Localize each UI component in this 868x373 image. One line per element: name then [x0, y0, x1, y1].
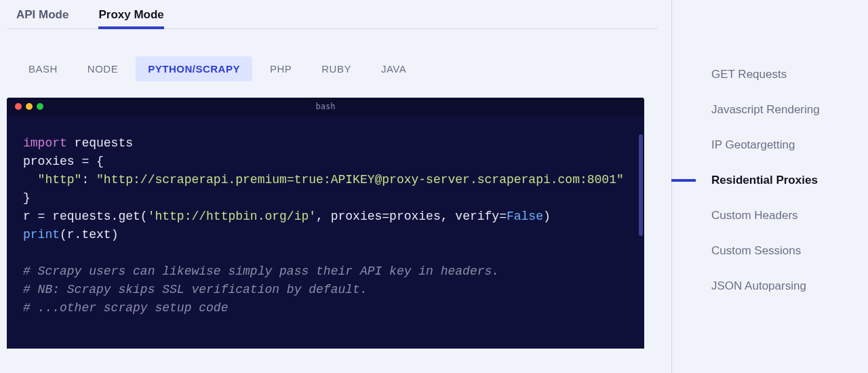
code-string: 'http://httpbin.org/ip': [148, 210, 316, 223]
tab-proxy-mode[interactable]: Proxy Mode: [98, 5, 163, 28]
language-tab-bar: BASH NODE PYTHON/SCRAPY PHP RUBY JAVA: [7, 29, 658, 98]
code-block: import requests proxies = { "http": "htt…: [7, 115, 644, 324]
code-comment: # ...other scrapy setup code: [23, 301, 228, 315]
mode-tab-bar: API Mode Proxy Mode: [7, 0, 658, 29]
terminal-scrollbar[interactable]: [639, 134, 643, 236]
lang-tab-php[interactable]: PHP: [258, 56, 304, 81]
sidebar-item-ip-geotargetting[interactable]: IP Geotargetting: [672, 127, 868, 163]
sidebar-nav: GET Requests Javascript Rendering IP Geo…: [671, 0, 868, 373]
terminal-titlebar: bash: [7, 98, 644, 115]
terminal-title: bash: [7, 102, 644, 111]
sidebar-item-get-requests[interactable]: GET Requests: [672, 57, 868, 92]
sidebar-item-javascript-rendering[interactable]: Javascript Rendering: [672, 92, 868, 127]
sidebar-item-custom-sessions[interactable]: Custom Sessions: [672, 233, 868, 269]
code-keyword: import: [23, 136, 67, 150]
code-text: , proxies=proxies, verify=: [316, 210, 507, 223]
lang-tab-bash[interactable]: BASH: [16, 56, 70, 81]
code-string: "http://scraperapi.premium=true:APIKEY@p…: [96, 173, 624, 186]
tab-api-mode[interactable]: API Mode: [16, 5, 68, 28]
code-text: :: [81, 173, 96, 186]
sidebar-item-custom-headers[interactable]: Custom Headers: [672, 198, 868, 233]
sidebar-item-json-autoparsing[interactable]: JSON Autoparsing: [672, 269, 868, 304]
code-terminal: bash import requests proxies = { "http":…: [7, 98, 644, 349]
code-comment: # NB: Scrapy skips SSL verification by d…: [23, 283, 368, 296]
code-boolean: False: [507, 210, 543, 223]
code-text: }: [23, 191, 31, 205]
code-text: proxies = {: [23, 155, 104, 168]
code-string: "http": [23, 173, 81, 186]
sidebar-item-residential-proxies[interactable]: Residential Proxies: [672, 163, 868, 198]
code-text: requests: [67, 136, 133, 150]
code-text: ): [543, 210, 551, 223]
lang-tab-node[interactable]: NODE: [75, 56, 130, 81]
lang-tab-ruby[interactable]: RUBY: [309, 56, 363, 81]
lang-tab-python[interactable]: PYTHON/SCRAPY: [136, 56, 252, 81]
code-text: r = requests.get(: [23, 210, 148, 223]
code-text: (r.text): [60, 228, 118, 241]
lang-tab-java[interactable]: JAVA: [369, 56, 418, 81]
code-function: print: [23, 228, 60, 241]
code-comment: # Scrapy users can likewise simply pass …: [23, 264, 499, 278]
